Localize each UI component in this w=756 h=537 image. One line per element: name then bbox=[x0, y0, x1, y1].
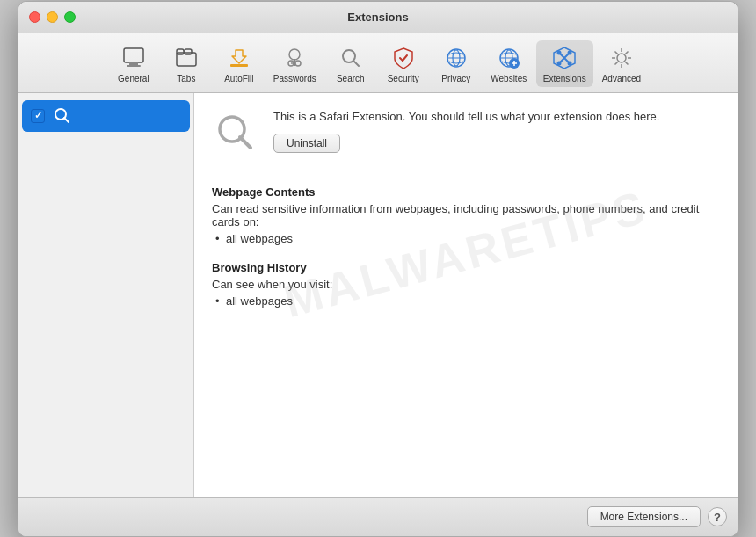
svg-line-13 bbox=[353, 61, 359, 66]
permission-group-history: Browsing History Can see when you visit:… bbox=[212, 261, 720, 308]
permission-list-webpage: all webpages bbox=[212, 232, 720, 245]
uninstall-button[interactable]: Uninstall bbox=[273, 134, 340, 153]
autofill-label: AutoFill bbox=[224, 74, 253, 83]
extension-detail-panel: This is a Safari Extension. You should t… bbox=[194, 93, 738, 497]
toolbar-item-extensions[interactable]: Extensions bbox=[536, 40, 593, 87]
svg-point-7 bbox=[289, 49, 300, 60]
websites-icon bbox=[495, 44, 523, 72]
svg-point-28 bbox=[557, 50, 562, 54]
passwords-label: Passwords bbox=[273, 74, 316, 83]
svg-rect-4 bbox=[177, 49, 184, 54]
close-button[interactable] bbox=[29, 11, 40, 23]
extension-large-icon bbox=[212, 109, 259, 156]
main-content: ✓ T bbox=[18, 93, 738, 497]
svg-line-37 bbox=[614, 51, 617, 54]
svg-point-32 bbox=[617, 54, 626, 62]
advanced-icon bbox=[607, 44, 636, 72]
search-toolbar-icon bbox=[337, 44, 365, 72]
safari-preferences-window: Extensions General Tabs bbox=[18, 1, 738, 537]
permissions-section: MALWARETIPS Webpage Contents Can read se… bbox=[194, 171, 738, 337]
fullscreen-button[interactable] bbox=[64, 11, 76, 23]
privacy-label: Privacy bbox=[441, 74, 470, 83]
svg-line-40 bbox=[614, 62, 617, 64]
tabs-label: Tabs bbox=[177, 74, 195, 83]
svg-line-44 bbox=[240, 137, 251, 148]
extension-header: This is a Safari Extension. You should t… bbox=[194, 93, 738, 171]
permission-item: all webpages bbox=[212, 294, 720, 308]
permission-desc-webpage: Can read sensitive information from webp… bbox=[212, 202, 720, 229]
permission-title-webpage: Webpage Contents bbox=[212, 185, 720, 199]
help-button[interactable]: ? bbox=[708, 507, 727, 526]
security-label: Security bbox=[388, 74, 419, 83]
svg-line-15 bbox=[403, 55, 407, 61]
toolbar-item-autofill[interactable]: AutoFill bbox=[214, 40, 265, 87]
toolbar: General Tabs AutoFill bbox=[18, 33, 738, 93]
extension-description: This is a Safari Extension. You should t… bbox=[273, 109, 720, 125]
extensions-icon bbox=[550, 44, 578, 72]
minimize-button[interactable] bbox=[47, 11, 58, 23]
toolbar-item-tabs[interactable]: Tabs bbox=[161, 40, 212, 87]
svg-rect-6 bbox=[230, 64, 248, 67]
extension-header-text: This is a Safari Extension. You should t… bbox=[273, 109, 720, 153]
permission-desc-history: Can see when you visit: bbox=[212, 278, 720, 291]
extensions-sidebar: ✓ bbox=[18, 93, 194, 497]
svg-point-30 bbox=[568, 50, 572, 54]
extension-small-icon bbox=[52, 105, 73, 127]
permission-list-history: all webpages bbox=[212, 294, 720, 308]
toolbar-item-security[interactable]: Security bbox=[378, 40, 429, 87]
svg-point-9 bbox=[295, 61, 301, 66]
extension-checkbox[interactable]: ✓ bbox=[31, 109, 45, 123]
security-icon bbox=[389, 44, 418, 72]
extensions-label: Extensions bbox=[543, 74, 586, 83]
traffic-lights bbox=[29, 11, 76, 23]
websites-label: Websites bbox=[491, 74, 527, 83]
toolbar-item-advanced[interactable]: Advanced bbox=[595, 40, 648, 87]
privacy-icon bbox=[442, 44, 470, 72]
svg-line-39 bbox=[626, 51, 629, 54]
toolbar-item-websites[interactable]: Websites bbox=[483, 40, 534, 87]
search-label: Search bbox=[337, 74, 365, 83]
svg-rect-2 bbox=[127, 65, 141, 67]
tabs-icon bbox=[172, 44, 200, 72]
svg-rect-0 bbox=[124, 48, 143, 62]
general-label: General bbox=[118, 74, 149, 83]
window-title: Extensions bbox=[347, 11, 408, 24]
toolbar-item-passwords[interactable]: Passwords bbox=[266, 40, 323, 87]
advanced-label: Advanced bbox=[602, 74, 641, 83]
titlebar: Extensions bbox=[18, 2, 738, 33]
toolbar-item-general[interactable]: General bbox=[108, 40, 159, 87]
general-icon bbox=[120, 44, 148, 72]
svg-line-38 bbox=[626, 62, 629, 64]
svg-point-31 bbox=[557, 61, 562, 65]
svg-rect-5 bbox=[185, 49, 192, 54]
permission-group-webpage: Webpage Contents Can read sensitive info… bbox=[212, 185, 720, 245]
more-extensions-button[interactable]: More Extensions... bbox=[587, 506, 701, 527]
passwords-icon bbox=[280, 44, 309, 72]
extension-list-item[interactable]: ✓ bbox=[22, 100, 190, 132]
svg-line-42 bbox=[64, 118, 69, 122]
permission-title-history: Browsing History bbox=[212, 261, 720, 274]
toolbar-item-privacy[interactable]: Privacy bbox=[431, 40, 482, 87]
toolbar-item-search[interactable]: Search bbox=[325, 40, 376, 87]
permission-item: all webpages bbox=[212, 232, 720, 245]
bottom-bar: More Extensions... ? bbox=[18, 497, 738, 536]
autofill-icon bbox=[225, 44, 253, 72]
svg-rect-1 bbox=[129, 62, 138, 65]
svg-point-29 bbox=[568, 61, 572, 65]
